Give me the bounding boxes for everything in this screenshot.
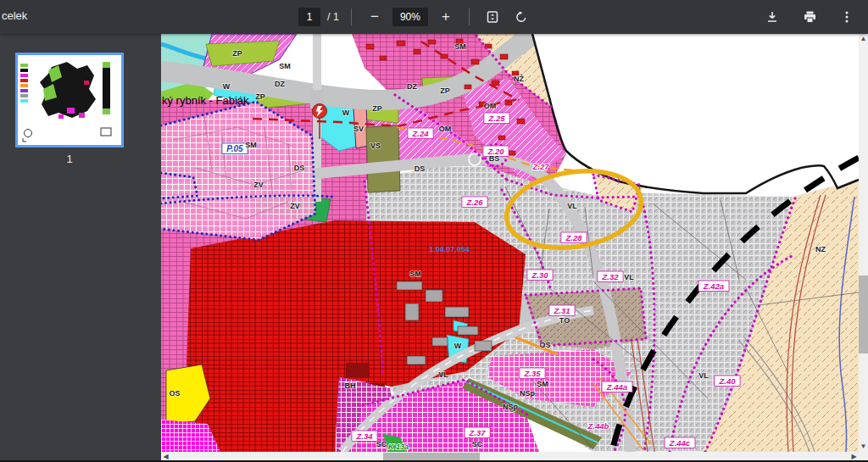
map-label-NZ: NZ bbox=[815, 245, 826, 253]
map-label-SM: SM bbox=[409, 270, 421, 278]
map-label-P-05: P.05 bbox=[226, 144, 243, 153]
zoom-out-button[interactable]: − bbox=[364, 6, 386, 28]
map-label-ZP: ZP bbox=[440, 86, 450, 95]
map-label-ZV: ZV bbox=[290, 202, 300, 210]
map-label-Z-37: Z.37 bbox=[468, 428, 486, 437]
map-label-OM: OM bbox=[439, 125, 452, 133]
map-label-SC: SC bbox=[376, 440, 387, 448]
map-label-DS: DS bbox=[294, 164, 305, 172]
thumbnail-minimap bbox=[18, 55, 121, 145]
map-label-Z-27: Z.27 bbox=[531, 162, 549, 171]
zoom-in-button[interactable]: + bbox=[435, 6, 457, 28]
vertical-scrollbar[interactable]: ▲ ▼ bbox=[859, 34, 868, 452]
map-label-1-04-07-054: 1.04.07.054 bbox=[429, 245, 470, 253]
map-label-N-: NŽ bbox=[514, 74, 524, 83]
thumbnail-sidebar: 1 bbox=[0, 34, 161, 462]
map-label-W: W bbox=[223, 82, 231, 91]
map-label-W: W bbox=[342, 109, 350, 117]
map-label-VL: VL bbox=[624, 273, 634, 281]
page-total-label: / 1 bbox=[327, 11, 339, 23]
map-label-NSp: NSp bbox=[503, 403, 519, 411]
map-label-VL: VL bbox=[438, 370, 448, 379]
map-label-SC: SC bbox=[472, 440, 483, 448]
map-label-Z-25: Z.25 bbox=[487, 114, 505, 123]
toolbar-divider bbox=[469, 8, 470, 25]
thumbnail-page-number: 1 bbox=[0, 153, 139, 165]
toolbar-center-controls: 1 / 1 − 90% + bbox=[298, 0, 532, 34]
map-label-Z-32: Z.32 bbox=[601, 272, 619, 281]
map-label-VS: VS bbox=[370, 142, 381, 150]
rotate-counterclockwise-icon bbox=[515, 10, 528, 24]
map-label-K-13a: K 13a bbox=[388, 443, 409, 451]
map-label-DZ: DZ bbox=[275, 80, 285, 88]
map-label-ZP: ZP bbox=[255, 92, 265, 101]
map-label-k-rybn-k-Fabi-k: ký rybník - Fabiák bbox=[162, 94, 249, 107]
pdf-page-canvas[interactable]: Z.24Z.25Z.20Z.27Z.26Z.28Z.30Z.32Z.31Z.35… bbox=[161, 34, 859, 452]
map-label-BH: BH bbox=[345, 381, 356, 390]
map-label-Z-30: Z.30 bbox=[531, 270, 548, 280]
map-label-Z-31: Z.31 bbox=[553, 306, 570, 315]
scroll-down-arrow[interactable]: ▼ bbox=[859, 442, 868, 452]
map-label-VL: VL bbox=[567, 202, 577, 210]
map-label-BS: BS bbox=[489, 154, 500, 163]
zoom-level-value[interactable]: 90% bbox=[392, 8, 428, 26]
zoning-map: Z.24Z.25Z.20Z.27Z.26Z.28Z.30Z.32Z.31Z.35… bbox=[161, 34, 859, 452]
map-label-SM: SM bbox=[279, 62, 291, 70]
map-label-SM: SM bbox=[454, 42, 466, 51]
print-icon bbox=[803, 10, 817, 24]
map-label-OS: OS bbox=[539, 341, 550, 349]
scroll-up-arrow[interactable]: ▲ bbox=[859, 34, 868, 44]
page-number-input[interactable]: 1 bbox=[298, 8, 320, 26]
fit-to-page-button[interactable] bbox=[481, 6, 504, 28]
map-label-Z-26: Z.26 bbox=[465, 198, 483, 207]
map-label-Z-28: Z.28 bbox=[565, 233, 582, 242]
map-label-Z-40: Z.40 bbox=[718, 376, 736, 386]
rotate-counterclockwise-button[interactable] bbox=[510, 6, 532, 28]
map-label-Z-24: Z.24 bbox=[411, 129, 429, 138]
map-label-TO: TO bbox=[559, 316, 570, 325]
download-button[interactable] bbox=[761, 6, 783, 28]
map-label-DS: DS bbox=[415, 164, 426, 173]
fit-to-page-icon bbox=[486, 10, 499, 24]
map-label-SV: SV bbox=[353, 125, 364, 133]
map-label-Z-44a: Z.44a bbox=[606, 382, 627, 392]
more-vert-button[interactable] bbox=[836, 6, 858, 28]
map-label-Z-42a: Z.42a bbox=[703, 281, 724, 291]
map-label-NSp: NSp bbox=[520, 389, 536, 398]
print-button[interactable] bbox=[798, 6, 821, 28]
map-label-ZV: ZV bbox=[253, 181, 264, 189]
map-label-W: W bbox=[454, 342, 462, 350]
map-label-DZ: DZ bbox=[407, 82, 417, 91]
pdf-toolbar: celek 1 / 1 − 90% + bbox=[0, 0, 868, 34]
download-icon bbox=[765, 10, 779, 24]
map-label-VL: VL bbox=[698, 371, 709, 380]
toolbar-divider bbox=[351, 8, 352, 25]
document-title: celek bbox=[2, 9, 27, 22]
map-label-OM: OM bbox=[484, 102, 497, 110]
map-label-ZP: ZP bbox=[372, 104, 382, 113]
map-label-ZP: ZP bbox=[232, 49, 242, 58]
toolbar-right-controls bbox=[761, 0, 858, 34]
more-vert-icon bbox=[840, 10, 854, 24]
map-label-Z-34: Z.34 bbox=[355, 431, 373, 441]
map-label-OS: OS bbox=[169, 389, 180, 398]
vertical-scrollbar-thumb[interactable] bbox=[859, 276, 868, 353]
map-label-SM: SM bbox=[537, 380, 548, 388]
map-label-Z-44c: Z.44c bbox=[669, 438, 691, 448]
page-thumbnail[interactable] bbox=[15, 53, 124, 148]
map-label-SM: SM bbox=[245, 141, 257, 149]
map-label-Z-35: Z.35 bbox=[523, 369, 541, 378]
map-label-Z-44b: Z.44b bbox=[587, 421, 609, 431]
